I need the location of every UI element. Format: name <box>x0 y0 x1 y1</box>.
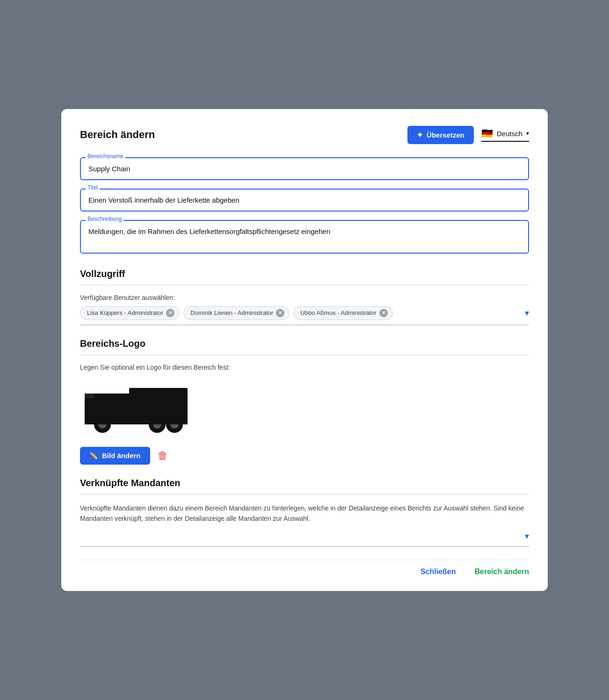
logo-actions: ✏️ Bild ändern 🗑 <box>80 447 529 465</box>
truck-icon <box>85 384 188 436</box>
titel-input[interactable] <box>80 189 529 211</box>
modal-container: Bereich ändern ✦ Übersetzen 🇩🇪 Deutsch ▾… <box>61 109 548 591</box>
translate-icon: ✦ <box>417 131 423 139</box>
tag-ubbo-remove[interactable]: ✕ <box>379 309 388 317</box>
language-selector[interactable]: 🇩🇪 Deutsch ▾ <box>481 128 529 142</box>
tag-lisa: Lisa Küppers - Administrator ✕ <box>80 306 180 320</box>
pencil-icon: ✏️ <box>89 452 98 460</box>
svg-rect-9 <box>85 420 188 424</box>
mandanten-title: Verknüpfte Mandanten <box>80 478 529 489</box>
lang-chevron-icon: ▾ <box>526 130 529 137</box>
tags-container: Lisa Küppers - Administrator ✕ Dominik L… <box>80 306 529 325</box>
modal-footer: Schließen Bereich ändern <box>80 560 529 576</box>
tag-lisa-label: Lisa Küppers - Administrator <box>87 309 163 316</box>
delete-logo-button[interactable]: 🗑 <box>158 450 168 462</box>
beschreibung-label: Beschreibung <box>86 216 123 222</box>
lang-label: Deutsch <box>497 130 522 138</box>
tag-lisa-remove[interactable]: ✕ <box>166 309 174 317</box>
titel-field: Titel <box>80 189 529 211</box>
translate-label: Übersetzen <box>427 131 464 139</box>
vollzugriff-title: Vollzugriff <box>80 269 529 279</box>
change-image-button[interactable]: ✏️ Bild ändern <box>80 447 150 465</box>
vollzugriff-divider <box>80 285 529 285</box>
tag-ubbo-label: Ubbo Aßmus - Administrator <box>300 309 377 316</box>
cancel-button[interactable]: Schließen <box>420 568 456 576</box>
logo-preview <box>80 379 192 440</box>
mandanten-select: ▾ <box>80 531 529 547</box>
logo-divider <box>80 355 529 355</box>
modal-header: Bereich ändern ✦ Übersetzen 🇩🇪 Deutsch ▾ <box>80 126 529 144</box>
select-label: Verfügbare Benutzer auswählen: <box>80 294 529 301</box>
bereichsname-label: Bereichsname <box>86 153 125 160</box>
beschreibung-input[interactable]: Meldungen, die im Rahmen des Lieferkette… <box>80 220 529 254</box>
svg-marker-1 <box>85 394 94 398</box>
logo-title: Bereichs-Logo <box>80 338 529 349</box>
tag-ubbo: Ubbo Aßmus - Administrator ✕ <box>293 306 393 320</box>
tag-dominik-label: Dominik Lienen - Administrator <box>190 309 273 316</box>
mandanten-divider <box>80 494 529 495</box>
bereichsname-input[interactable] <box>80 157 529 180</box>
tag-dominik-remove[interactable]: ✕ <box>276 309 284 317</box>
trash-icon: 🗑 <box>158 450 168 461</box>
change-image-label: Bild ändern <box>102 452 141 459</box>
tag-dominik: Dominik Lienen - Administrator ✕ <box>183 306 290 320</box>
translate-button[interactable]: ✦ Übersetzen <box>407 126 474 144</box>
header-actions: ✦ Übersetzen 🇩🇪 Deutsch ▾ <box>407 126 529 144</box>
mandanten-description: Verknüpfte Mandanten dienen dazu einem B… <box>80 503 529 524</box>
mandanten-chevron-icon[interactable]: ▾ <box>525 531 529 541</box>
beschreibung-field: Beschreibung Meldungen, die im Rahmen de… <box>80 220 529 255</box>
bereichsname-field: Bereichsname <box>80 157 529 180</box>
save-button[interactable]: Bereich ändern <box>475 568 529 576</box>
flag-icon: 🇩🇪 <box>481 128 493 139</box>
modal-title: Bereich ändern <box>80 129 155 141</box>
logo-description: Legen Sie optional ein Logo für diesen B… <box>80 364 529 371</box>
titel-label: Titel <box>86 184 100 191</box>
tags-chevron-icon[interactable]: ▾ <box>525 308 529 318</box>
